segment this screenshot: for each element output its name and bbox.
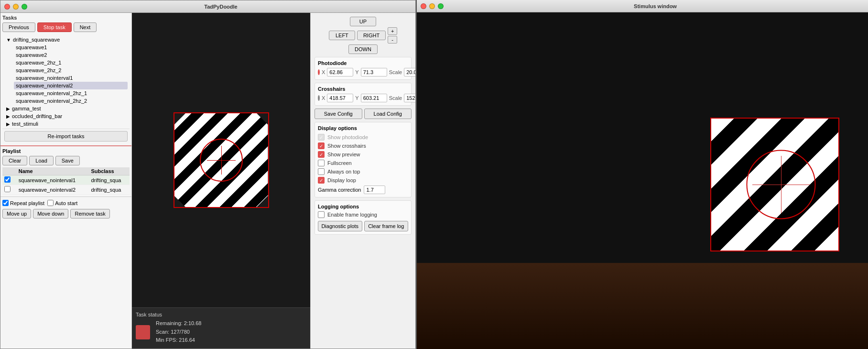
stim-minimize-btn[interactable]: [429, 3, 435, 9]
auto-start-wrap: Auto start: [47, 200, 77, 206]
repeat-playlist-checkbox[interactable]: [2, 200, 9, 206]
clear-button[interactable]: Clear: [2, 156, 27, 165]
tree-child-nointerval2[interactable]: squarewave_nointerval2: [14, 82, 128, 89]
tasks-label: Tasks: [2, 15, 130, 21]
move-down-button[interactable]: Move down: [33, 209, 68, 218]
remove-task-button[interactable]: Remove task: [70, 209, 109, 218]
crosshairs-coord-row: X Y Scale: [318, 94, 408, 102]
plus-minus-controls: + -: [388, 27, 397, 44]
ch-x-label: X: [322, 95, 325, 101]
down-button[interactable]: DOWN: [348, 44, 378, 54]
tree-child-nointerval-2hz-2[interactable]: squarewave_nointerval_2hz_2: [14, 97, 128, 105]
auto-start-label: Auto start: [55, 200, 77, 206]
playlist-name-1: squarewave_nointerval1: [17, 175, 89, 185]
tree-child-squarewave-2hz-2[interactable]: squarewave_2hz_2: [14, 66, 128, 74]
plus-button[interactable]: +: [388, 27, 397, 35]
fullscreen-checkbox[interactable]: [318, 160, 325, 166]
tree-child-squarewave2[interactable]: squarewave2: [14, 51, 128, 59]
maximize-btn[interactable]: [22, 4, 27, 10]
show-crosshairs-row: ✓ Show crosshairs: [318, 142, 408, 149]
tree-group-drifting: ▼ drifting_squarewave squarewave1 square…: [4, 36, 128, 105]
tree-parent-drifting-squarewave[interactable]: ▼ drifting_squarewave: [4, 36, 128, 44]
ch-scale-label: Scale: [389, 95, 402, 101]
remaining-value: 2:10.68: [184, 320, 202, 326]
tree-parent-test[interactable]: ▶ test_stimuli: [4, 120, 128, 128]
minus-button[interactable]: -: [388, 36, 397, 44]
tree-parent-gamma-test[interactable]: ▶ gamma_test: [4, 105, 128, 112]
gamma-input[interactable]: [364, 185, 385, 194]
auto-start-checkbox[interactable]: [47, 200, 54, 206]
stop-task-button[interactable]: Stop task: [37, 22, 72, 32]
logging-title: Logging options: [318, 204, 408, 209]
right-button[interactable]: RIGHT: [357, 31, 386, 40]
pd-x-input[interactable]: [327, 68, 353, 76]
minimize-btn[interactable]: [13, 4, 19, 10]
tree-children: squarewave1 squarewave2 squarewave_2hz_1…: [4, 44, 128, 105]
save-button[interactable]: Save: [55, 156, 80, 165]
display-loop-label: Display loop: [327, 177, 356, 183]
tree-arrow-test: ▶: [6, 121, 10, 127]
stim-close-btn[interactable]: [421, 3, 426, 9]
move-up-button[interactable]: Move up: [2, 209, 31, 218]
close-btn[interactable]: [4, 4, 10, 10]
playlist-table: Name Subclass squarewave_nointerval1 dri…: [2, 167, 130, 195]
status-row: Remaining: 2:10.68 Scan: 127/780 Min FPS…: [136, 319, 306, 345]
up-button[interactable]: UP: [350, 17, 376, 26]
tree-child-squarewave1[interactable]: squarewave1: [14, 44, 128, 51]
crosshairs-radio[interactable]: [318, 95, 320, 101]
tree-arrow: ▼: [6, 37, 11, 43]
show-photodiode-label: Show photodiode: [327, 134, 368, 140]
playlist-name-2: squarewave_nointerval2: [17, 185, 89, 195]
ch-scale-input[interactable]: [404, 94, 415, 102]
diagnostic-plots-button[interactable]: Diagnostic plots: [318, 221, 362, 231]
playlist-check-2[interactable]: [2, 185, 17, 195]
display-options-title: Display options: [318, 125, 408, 131]
task-status-label: Task status: [136, 312, 306, 317]
tree-child-nointerval1[interactable]: squarewave_nointerval1: [14, 74, 128, 82]
pd-scale-input[interactable]: [404, 68, 415, 76]
center-panel: Task status Remaining: 2:10.68 Scan: 127…: [132, 13, 310, 349]
preview-canvas: [174, 113, 268, 207]
clear-frame-log-button[interactable]: Clear frame log: [364, 221, 409, 231]
ch-x-input[interactable]: [327, 94, 353, 102]
load-button[interactable]: Load: [29, 156, 53, 165]
playlist-check-1[interactable]: [2, 175, 17, 185]
left-button[interactable]: LEFT: [329, 31, 355, 40]
photodiode-title: Photodiode: [318, 60, 408, 66]
direction-controls: UP LEFT RIGHT + - DOWN: [315, 17, 412, 54]
tree-child-squarewave-2hz-1[interactable]: squarewave_2hz_1: [14, 59, 128, 66]
show-photodiode-checkbox[interactable]: ✓: [318, 134, 325, 141]
ch-y-label: Y: [355, 95, 358, 101]
tree-parent-occluded[interactable]: ▶ occluded_drifting_bar: [4, 112, 128, 120]
load-config-button[interactable]: Load Config: [364, 109, 412, 119]
display-loop-checkbox[interactable]: ✓: [318, 177, 325, 184]
playlist-label: Playlist: [2, 148, 130, 154]
playlist-col-check: [2, 167, 17, 175]
show-preview-checkbox[interactable]: ✓: [318, 151, 325, 158]
bottom-controls: Repeat playlist Auto start Move up Move …: [0, 196, 131, 221]
tree-arrow-occluded: ▶: [6, 114, 10, 119]
task-tree: ▼ drifting_squarewave squarewave1 square…: [2, 35, 130, 129]
previous-button[interactable]: Previous: [2, 22, 35, 32]
preview-border: [174, 112, 269, 208]
tree-child-nointerval-2hz-1[interactable]: squarewave_nointerval_2hz_1: [14, 89, 128, 97]
photodiode-radio[interactable]: [318, 69, 320, 75]
save-config-button[interactable]: Save Config: [315, 109, 362, 119]
enable-frame-logging-checkbox[interactable]: [318, 211, 325, 218]
log-buttons: Diagnostic plots Clear frame log: [318, 221, 408, 231]
config-buttons: Save Config Load Config: [315, 109, 412, 119]
task-buttons: Previous Stop task Next: [2, 22, 130, 32]
pd-x-label: X: [322, 69, 325, 75]
tree-parent-label: drifting_squarewave: [13, 37, 60, 43]
next-button[interactable]: Next: [74, 22, 97, 32]
stimulus-stripes: [711, 119, 838, 251]
stim-maximize-btn[interactable]: [438, 3, 444, 9]
tree-gamma-label: gamma_test: [12, 106, 41, 111]
reimport-button[interactable]: Re-import tasks: [4, 131, 128, 142]
dir-up-row: UP: [350, 17, 376, 26]
playlist-subclass-1: drifting_squa: [89, 175, 130, 185]
ch-y-input[interactable]: [361, 94, 387, 102]
pd-y-input[interactable]: [361, 68, 387, 76]
show-crosshairs-checkbox[interactable]: ✓: [318, 142, 325, 149]
always-on-top-checkbox[interactable]: [318, 168, 325, 175]
